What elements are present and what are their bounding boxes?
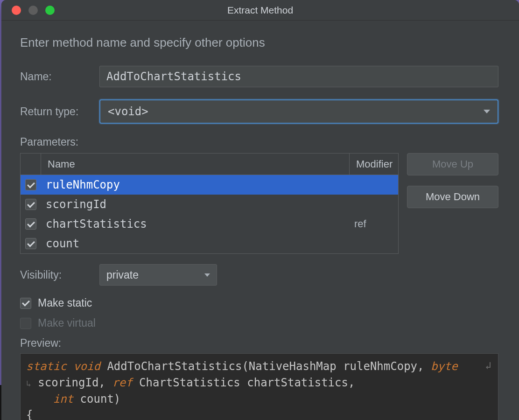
return-type-label: Return type: [20, 105, 99, 118]
parameter-name: chartStatistics [41, 217, 350, 231]
method-name-value: AddToChartStatistics [106, 70, 241, 83]
parameters-table: Name Modifier ruleNhmCopy scoringId char… [20, 153, 399, 254]
chevron-down-icon [484, 110, 490, 113]
visibility-label: Visibility: [20, 269, 99, 281]
make-virtual-option: Make virtual [20, 317, 498, 329]
visibility-dropdown[interactable]: private [99, 264, 217, 286]
make-static-label: Make static [38, 297, 92, 309]
parameter-checkbox[interactable] [25, 199, 36, 210]
parameter-checkbox[interactable] [25, 218, 36, 230]
make-static-checkbox[interactable] [20, 298, 31, 309]
parameter-row[interactable]: count [21, 234, 398, 253]
parameter-modifier: ref [350, 218, 398, 230]
minimize-icon[interactable] [28, 6, 38, 15]
parameter-row[interactable]: chartStatistics ref [21, 214, 398, 234]
parameter-name: count [41, 237, 350, 250]
move-up-button[interactable]: Move Up [407, 153, 498, 175]
parameter-name: scoringId [41, 198, 350, 211]
make-static-option[interactable]: Make static [20, 297, 498, 309]
extract-method-dialog: Extract Method Enter method name and spe… [1, 0, 519, 420]
parameter-row[interactable]: scoringId [21, 195, 398, 214]
zoom-icon[interactable] [45, 6, 55, 15]
header-check-col [21, 154, 41, 175]
parameters-header: Name Modifier [21, 154, 398, 175]
parameter-checkbox[interactable] [25, 179, 36, 190]
window-title: Extract Method [1, 5, 519, 16]
parameter-row[interactable]: ruleNhmCopy [21, 175, 398, 195]
titlebar: Extract Method [1, 0, 519, 21]
name-label: Name: [20, 70, 99, 83]
move-down-button[interactable]: Move Down [407, 186, 498, 208]
parameter-name: ruleNhmCopy [41, 178, 350, 191]
preview-code: ↲static void AddToChartStatistics(Native… [20, 353, 498, 420]
wrap-arrow-icon: ↳ [26, 378, 31, 388]
parameter-checkbox[interactable] [25, 238, 36, 249]
chevron-down-icon [204, 273, 210, 277]
dialog-prompt: Enter method name and specify other opti… [20, 35, 498, 50]
header-modifier-col: Modifier [350, 154, 398, 175]
wrap-icon: ↲ [485, 358, 491, 373]
close-icon[interactable] [12, 6, 21, 15]
make-virtual-checkbox [20, 318, 31, 329]
return-type-dropdown[interactable]: <void> [99, 99, 498, 124]
preview-label: Preview: [20, 337, 498, 350]
window-controls [1, 6, 55, 15]
visibility-value: private [106, 269, 139, 281]
method-name-input[interactable]: AddToChartStatistics [99, 66, 498, 87]
parameters-label: Parameters: [20, 136, 498, 148]
return-type-value: <void> [108, 105, 148, 118]
make-virtual-label: Make virtual [38, 317, 96, 329]
dialog-content: Enter method name and specify other opti… [1, 21, 519, 420]
header-name-col: Name [41, 154, 350, 175]
